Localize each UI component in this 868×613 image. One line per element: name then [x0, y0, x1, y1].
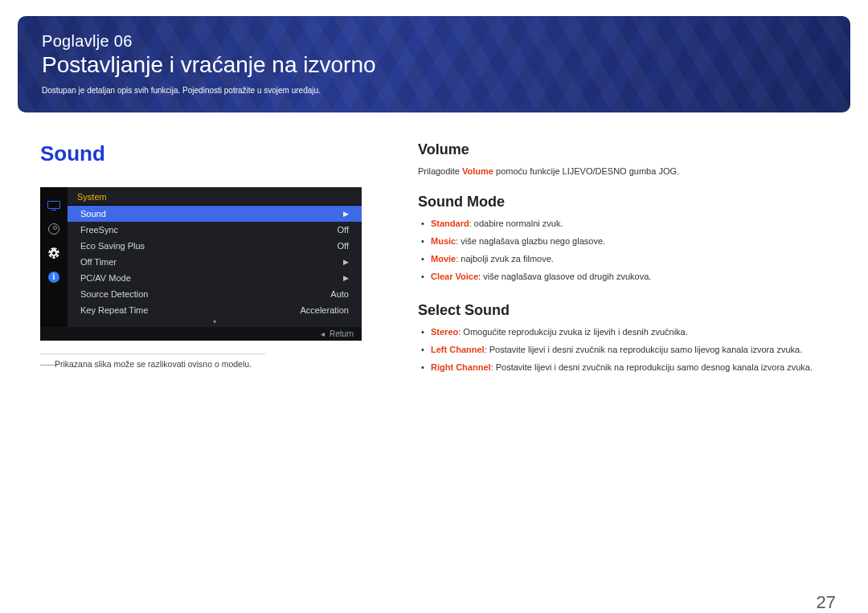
osd-row-eco[interactable]: Eco Saving Plus Off — [68, 238, 362, 254]
heading-sound-mode: Sound Mode — [418, 194, 828, 210]
keyword: Movie — [431, 254, 456, 264]
osd-row-freesync[interactable]: FreeSync Off — [68, 222, 362, 238]
keyword: Stereo — [431, 327, 458, 337]
osd-footer: ◂ Return — [40, 327, 362, 341]
chevron-right-icon: ▶ — [343, 210, 349, 218]
list-item: Left Channel: Postavite lijevi i desni z… — [421, 345, 828, 354]
osd-body: i System Sound ▶ FreeSync Off — [40, 187, 362, 327]
osd-row-label: Key Repeat Time — [80, 305, 148, 315]
osd-row-label: PC/AV Mode — [80, 273, 131, 283]
chapter-description: Dostupan je detaljan opis svih funkcija.… — [42, 86, 826, 95]
osd-row-value: Off — [338, 225, 349, 235]
keyword: Standard — [431, 219, 469, 228]
osd-row-value: Off — [338, 241, 349, 251]
footnote: Prikazana slika može se razlikovati ovis… — [40, 353, 265, 369]
list-item: Standard: odabire normalni zvuk. — [421, 219, 828, 228]
return-icon[interactable]: ◂ — [321, 329, 325, 338]
volume-description: Prilagodite Volume pomoću funkcije LIJEV… — [418, 166, 828, 176]
osd-header: System — [68, 187, 362, 206]
select-sound-list: Stereo: Omogućite reprodukciju zvuka iz … — [418, 327, 828, 372]
osd-row-keyrepeat[interactable]: Key Repeat Time Acceleration — [68, 302, 362, 318]
right-column: Volume Prilagodite Volume pomoću funkcij… — [418, 141, 828, 393]
chapter-label: Poglavlje 06 — [42, 32, 826, 51]
list-item: Right Channel: Postavite lijevi i desni … — [421, 362, 828, 372]
page: Poglavlje 06 Postavljanje i vraćanje na … — [0, 16, 868, 613]
chapter-title: Postavljanje i vraćanje na izvorno — [42, 52, 826, 78]
osd-row-value: Acceleration — [300, 305, 349, 315]
monitor-icon[interactable] — [46, 198, 62, 211]
heading-select-sound: Select Sound — [418, 302, 828, 319]
text: : odabire normalni zvuk. — [469, 219, 563, 228]
osd-row-sound[interactable]: Sound ▶ — [68, 206, 362, 222]
text: : Postavite lijevi i desni zvučnik na re… — [491, 362, 813, 372]
gear-icon[interactable] — [46, 247, 62, 260]
text: : najbolji zvuk za filmove. — [456, 254, 554, 264]
text: Prilagodite — [418, 166, 462, 176]
list-item: Movie: najbolji zvuk za filmove. — [421, 254, 828, 264]
info-icon[interactable]: i — [46, 271, 62, 284]
osd-row-offtimer[interactable]: Off Timer ▶ — [68, 254, 362, 270]
osd-row-pcav[interactable]: PC/AV Mode ▶ — [68, 270, 362, 286]
picture-icon[interactable] — [46, 223, 62, 235]
keyword: Clear Voice — [431, 272, 478, 281]
chapter-header: Poglavlje 06 Postavljanje i vraćanje na … — [18, 16, 850, 112]
left-column: Sound i System Sound ▶ — [40, 141, 362, 393]
heading-volume: Volume — [418, 141, 828, 158]
list-item: Clear Voice: više naglašava glasove od d… — [421, 272, 828, 281]
text: : Postavite lijevi i desni zvučnik na re… — [485, 345, 803, 354]
list-item: Stereo: Omogućite reprodukciju zvuka iz … — [421, 327, 828, 337]
keyword: Music — [431, 236, 456, 246]
text: pomoću funkcije LIJEVO/DESNO gumba JOG. — [493, 166, 679, 176]
chevron-right-icon: ▶ — [343, 274, 349, 282]
keyword: Right Channel — [431, 362, 491, 372]
osd-row-sourcedetect[interactable]: Source Detection Auto — [68, 286, 362, 302]
content-area: Sound i System Sound ▶ — [0, 112, 868, 393]
chevron-right-icon: ▶ — [343, 258, 349, 266]
text: : Omogućite reprodukciju zvuka iz lijevi… — [458, 327, 688, 337]
osd-row-value: Auto — [330, 289, 349, 299]
keyword-volume: Volume — [462, 166, 493, 176]
text: : više naglašava glazbu nego glasove. — [456, 236, 605, 246]
return-label[interactable]: Return — [330, 329, 354, 338]
osd-sidebar: i — [40, 187, 68, 327]
osd-menu: i System Sound ▶ FreeSync Off — [40, 187, 362, 341]
osd-row-label: FreeSync — [80, 225, 118, 235]
list-item: Music: više naglašava glazbu nego glasov… — [421, 236, 828, 246]
osd-more-indicator: ▾ — [68, 318, 362, 327]
sound-mode-list: Standard: odabire normalni zvuk. Music: … — [418, 219, 828, 281]
text: : više naglašava glasove od drugih zvuko… — [478, 272, 651, 281]
osd-row-label: Source Detection — [80, 289, 148, 299]
osd-row-label: Off Timer — [80, 257, 117, 267]
osd-main: System Sound ▶ FreeSync Off Eco Saving P… — [68, 187, 362, 327]
osd-row-label: Eco Saving Plus — [80, 241, 145, 251]
page-number: 27 — [817, 592, 836, 613]
osd-row-label: Sound — [80, 209, 106, 219]
section-title-sound: Sound — [40, 141, 362, 166]
keyword: Left Channel — [431, 345, 485, 354]
